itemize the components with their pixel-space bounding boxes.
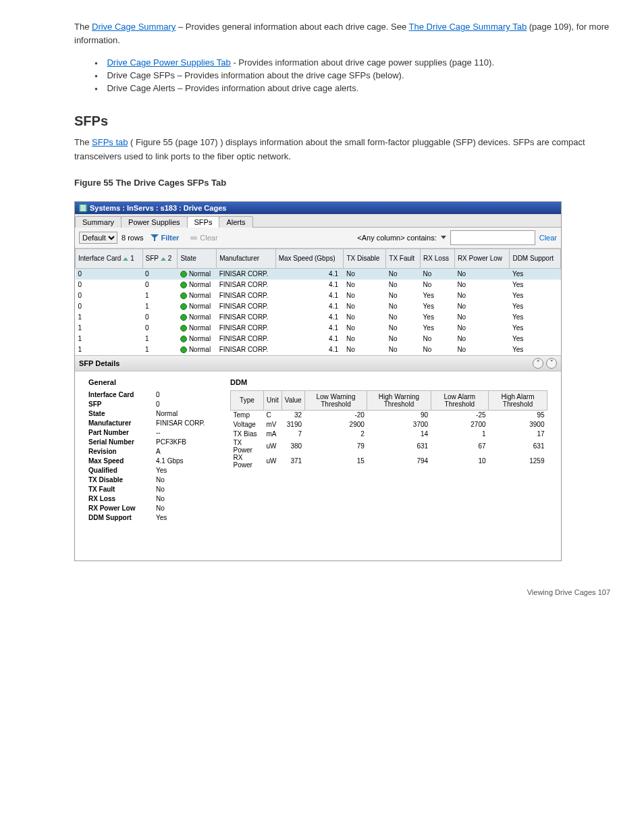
ddm-col-value[interactable]: Value — [281, 390, 304, 410]
col-max-speed[interactable]: Max Speed (Gbps) — [275, 249, 344, 268]
status-dot-icon — [180, 292, 187, 299]
link-sfps-tab[interactable]: SFPs tab — [92, 137, 128, 147]
kv-row: Serial NumberPCF3KFB — [88, 438, 217, 447]
tab-sfps[interactable]: SFPs — [187, 216, 220, 228]
kv-value: FINISAR CORP. — [156, 419, 217, 428]
search-input[interactable] — [450, 230, 535, 245]
bullet-alerts: Drive Cage Alerts – Provides information… — [95, 83, 610, 93]
kv-row: Interface Card0 — [88, 390, 217, 400]
clear-filter-button[interactable]: Clear — [186, 232, 221, 243]
status-dot-icon — [180, 336, 187, 342]
eraser-icon — [190, 234, 198, 241]
bullet-sfps: Drive Cage SFPs – Provides information a… — [95, 70, 610, 80]
col-manufacturer[interactable]: Manufacturer — [217, 249, 275, 268]
kv-row: RX Power LowNo — [88, 504, 217, 513]
window-titlebar: Systems : InServs : s183 : Drive Cages — [75, 202, 561, 214]
text: - Provides information about drive cage … — [231, 57, 494, 68]
chevron-down-icon: ˅ — [550, 360, 554, 366]
page-footer: Viewing Drive Cages 107 — [34, 588, 610, 596]
kv-value: A — [156, 447, 217, 457]
details-body: General Interface Card0SFP0StateNormalMa… — [75, 371, 561, 561]
link-drive-cage-summary[interactable]: Drive Cage Summary — [92, 22, 176, 32]
kv-value: No — [156, 504, 217, 513]
text: ( — [130, 137, 133, 147]
dropdown-icon[interactable] — [441, 236, 446, 239]
table-row[interactable]: 10NormalFINISAR CORP.4.1NoNoYesNoYes — [76, 323, 561, 334]
link-power-supplies-tab[interactable]: Drive Cage Power Supplies Tab — [107, 57, 230, 68]
kv-value: 0 — [156, 400, 217, 409]
col-rx-power-low[interactable]: RX Power Low — [454, 249, 510, 268]
bullet-power-supplies: Drive Cage Power Supplies Tab - Provides… — [95, 57, 610, 68]
kv-row: Part Number-- — [88, 428, 217, 438]
contains-label: <Any column> contains: — [357, 234, 436, 242]
app-window: Systems : InServs : s183 : Drive Cages S… — [74, 201, 562, 561]
text: The — [74, 22, 92, 32]
ddm-row: TX BiasmA7214117 — [231, 429, 547, 439]
kv-value: No — [156, 494, 217, 504]
kv-key: Revision — [88, 447, 156, 457]
table-row[interactable]: 00NormalFINISAR CORP.4.1NoNoNoNoYes — [76, 280, 561, 290]
ddm-col-high-warn[interactable]: High Warning Threshold — [367, 390, 431, 410]
clear-link[interactable]: Clear — [539, 234, 557, 242]
tab-power-supplies[interactable]: Power Supplies — [121, 216, 187, 228]
kv-key: Qualified — [88, 466, 156, 475]
kv-value: No — [156, 475, 217, 485]
col-state[interactable]: State — [178, 249, 217, 268]
table-row[interactable]: 00NormalFINISAR CORP.4.1NoNoNoNoYes — [76, 268, 561, 280]
kv-row: RX LossNo — [88, 494, 217, 504]
collapse-up-button[interactable]: ˄ — [533, 358, 543, 369]
link-summary-tab[interactable]: The Drive Cage Summary Tab — [409, 22, 527, 32]
text: – Provides general information about eac… — [178, 22, 409, 32]
kv-key: RX Loss — [88, 494, 156, 504]
ddm-col-type[interactable]: Type — [231, 390, 264, 410]
col-rx-loss[interactable]: RX Loss — [421, 249, 455, 268]
kv-key: State — [88, 409, 156, 419]
text: Drive Cage SFPs – Provides information a… — [107, 70, 404, 80]
col-interface-card[interactable]: Interface Card 1 — [76, 249, 143, 268]
status-dot-icon — [180, 282, 187, 288]
filter-button[interactable]: Filter — [147, 232, 182, 243]
kv-value: 0 — [156, 390, 217, 400]
kv-row: TX DisableNo — [88, 475, 217, 485]
figure-ref: Figure 55 (page 107) — [136, 137, 217, 147]
ddm-col-unit[interactable]: Unit — [263, 390, 281, 410]
ddm-panel: DDM Type Unit Value Low Warning Threshol… — [230, 378, 547, 533]
ddm-row: TX PoweruW3807963167631 — [231, 439, 547, 454]
details-title: SFP Details — [79, 359, 119, 367]
col-tx-disable[interactable]: TX Disable — [344, 249, 386, 268]
col-ddm-support[interactable]: DDM Support — [510, 249, 561, 268]
kv-key: Manufacturer — [88, 419, 156, 428]
chevron-up-icon: ˄ — [537, 360, 540, 366]
general-heading: General — [88, 378, 217, 386]
ddm-col-low-warn[interactable]: Low Warning Threshold — [304, 390, 367, 410]
tab-bar: Summary Power Supplies SFPs Alerts — [75, 214, 561, 228]
ddm-table: Type Unit Value Low Warning Threshold Hi… — [230, 390, 547, 469]
kv-key: RX Power Low — [88, 504, 156, 513]
details-header: SFP Details ˄ ˅ — [75, 355, 561, 371]
svg-rect-2 — [80, 207, 86, 209]
tab-summary[interactable]: Summary — [75, 216, 122, 228]
table-row[interactable]: 11NormalFINISAR CORP.4.1NoNoNoNoYes — [76, 344, 561, 355]
tab-alerts[interactable]: Alerts — [219, 216, 252, 228]
svg-rect-1 — [80, 205, 86, 207]
table-row[interactable]: 01NormalFINISAR CORP.4.1NoNoYesNoYes — [76, 290, 561, 301]
col-tx-fault[interactable]: TX Fault — [386, 249, 421, 268]
ddm-col-low-alarm[interactable]: Low Alarm Threshold — [431, 390, 488, 410]
col-sfp[interactable]: SFP 2 — [142, 249, 178, 268]
kv-value: -- — [156, 428, 217, 438]
table-row[interactable]: 10NormalFINISAR CORP.4.1NoNoYesNoYes — [76, 312, 561, 323]
kv-key: DDM Support — [88, 513, 156, 523]
ddm-col-high-alarm[interactable]: High Alarm Threshold — [489, 390, 547, 410]
sfp-table: Interface Card 1 SFP 2 State Manufacture… — [75, 249, 561, 355]
view-select[interactable]: Default — [79, 232, 117, 244]
table-row[interactable]: 11NormalFINISAR CORP.4.1NoNoNoNoYes — [76, 334, 561, 344]
collapse-down-button[interactable]: ˅ — [546, 358, 557, 369]
status-dot-icon — [180, 303, 187, 310]
kv-value: No — [156, 485, 217, 494]
table-row[interactable]: 01NormalFINISAR CORP.4.1NoNoYesNoYes — [76, 301, 561, 312]
kv-key: Part Number — [88, 428, 156, 438]
kv-key: TX Disable — [88, 475, 156, 485]
kv-key: Serial Number — [88, 438, 156, 447]
svg-rect-3 — [80, 209, 86, 211]
kv-value: Yes — [156, 466, 217, 475]
